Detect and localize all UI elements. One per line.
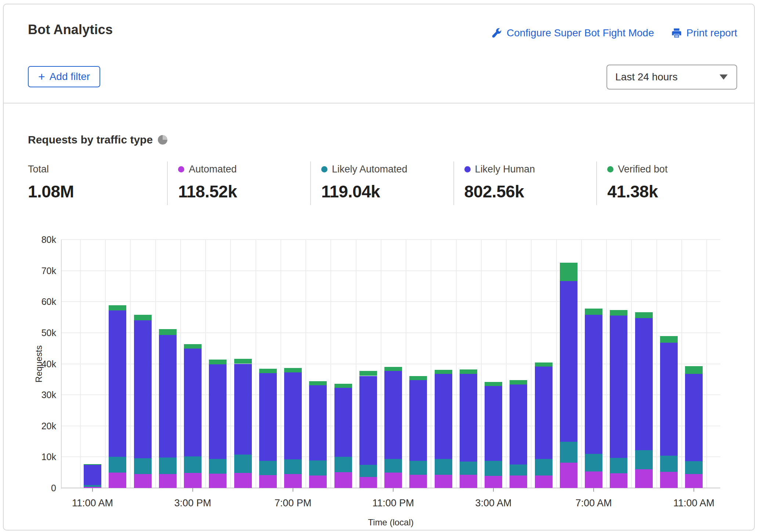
bar-segment-likely-automated[interactable] [159, 458, 177, 474]
bar-segment-automated[interactable] [159, 474, 177, 488]
bar-segment-likely-automated[interactable] [685, 461, 703, 474]
bar-segment-likely-automated[interactable] [635, 450, 653, 469]
add-filter-button[interactable]: + Add filter [28, 66, 100, 87]
bar-segment-likely-automated[interactable] [284, 459, 302, 474]
bar-segment-likely-human[interactable] [485, 386, 502, 460]
bar-segment-likely-human[interactable] [560, 281, 577, 442]
bar-segment-automated[interactable] [610, 473, 627, 488]
bar-segment-verified-bot[interactable] [209, 360, 227, 365]
bar-segment-verified-bot[interactable] [510, 380, 527, 385]
bar-segment-verified-bot[interactable] [660, 336, 678, 343]
bar-segment-verified-bot[interactable] [109, 305, 126, 310]
time-range-dropdown[interactable]: Last 24 hours [606, 65, 737, 90]
bar-segment-automated[interactable] [409, 475, 427, 488]
bar-segment-likely-human[interactable] [134, 320, 152, 458]
bar-segment-likely-human[interactable] [409, 380, 427, 461]
bar-segment-likely-automated[interactable] [184, 456, 202, 473]
bar-segment-likely-automated[interactable] [409, 461, 427, 475]
bar-segment-verified-bot[interactable] [635, 312, 653, 318]
bar-segment-verified-bot[interactable] [259, 369, 277, 373]
bar-segment-likely-human[interactable] [384, 371, 402, 459]
bar-segment-likely-human[interactable] [660, 343, 678, 456]
bar-segment-likely-human[interactable] [610, 316, 627, 458]
bar-segment-automated[interactable] [535, 475, 553, 488]
bar-segment-verified-bot[interactable] [234, 359, 252, 364]
bar-segment-verified-bot[interactable] [159, 329, 177, 335]
bar-segment-automated[interactable] [334, 472, 352, 488]
bar-segment-verified-bot[interactable] [84, 464, 101, 465]
bar-segment-automated[interactable] [384, 473, 402, 488]
bar-segment-verified-bot[interactable] [359, 371, 377, 376]
bar-segment-likely-automated[interactable] [359, 465, 377, 477]
bar-segment-likely-human[interactable] [359, 376, 377, 465]
bar-segment-verified-bot[interactable] [309, 381, 327, 385]
bar-segment-likely-human[interactable] [435, 374, 452, 459]
bar-segment-likely-automated[interactable] [109, 457, 126, 472]
bar-segment-likely-automated[interactable] [585, 454, 602, 471]
bar-segment-likely-automated[interactable] [259, 461, 277, 475]
bar-segment-likely-human[interactable] [685, 374, 703, 461]
bar-segment-likely-automated[interactable] [384, 459, 402, 472]
bar-segment-automated[interactable] [510, 475, 527, 488]
bar-segment-likely-human[interactable] [159, 335, 177, 458]
bar-segment-likely-human[interactable] [234, 364, 252, 455]
bar-segment-likely-automated[interactable] [84, 485, 101, 487]
bar-segment-likely-human[interactable] [309, 385, 327, 460]
print-report-link[interactable]: Print report [671, 27, 738, 39]
bar-segment-automated[interactable] [435, 475, 452, 488]
bar-segment-verified-bot[interactable] [134, 315, 152, 320]
bar-segment-automated[interactable] [560, 463, 577, 488]
bar-segment-likely-human[interactable] [259, 373, 277, 461]
bar-segment-verified-bot[interactable] [384, 367, 402, 371]
bar-segment-likely-human[interactable] [585, 315, 602, 454]
bar-segment-automated[interactable] [460, 475, 477, 488]
bar-segment-likely-human[interactable] [184, 349, 202, 456]
bar-segment-likely-human[interactable] [334, 388, 352, 457]
bar-segment-automated[interactable] [259, 475, 277, 488]
bar-segment-likely-automated[interactable] [660, 456, 678, 472]
bar-segment-automated[interactable] [234, 473, 252, 488]
bar-segment-likely-automated[interactable] [485, 461, 502, 476]
bar-segment-likely-automated[interactable] [234, 455, 252, 473]
bar-segment-likely-human[interactable] [635, 318, 653, 450]
bar-segment-automated[interactable] [585, 471, 602, 488]
bar-segment-likely-automated[interactable] [134, 458, 152, 474]
bar-segment-likely-automated[interactable] [560, 442, 577, 463]
bar-segment-verified-bot[interactable] [184, 344, 202, 349]
bar-segment-automated[interactable] [359, 477, 377, 488]
bar-segment-likely-human[interactable] [84, 465, 101, 485]
bar-segment-likely-human[interactable] [510, 385, 527, 464]
bar-segment-verified-bot[interactable] [485, 382, 502, 386]
bar-segment-automated[interactable] [134, 474, 152, 488]
bar-segment-automated[interactable] [685, 474, 703, 488]
bar-segment-automated[interactable] [635, 469, 653, 488]
bar-segment-verified-bot[interactable] [610, 310, 627, 316]
bar-segment-verified-bot[interactable] [460, 369, 477, 374]
bar-segment-automated[interactable] [184, 473, 202, 488]
bar-segment-likely-human[interactable] [460, 374, 477, 462]
bar-segment-verified-bot[interactable] [585, 309, 602, 315]
bar-segment-likely-automated[interactable] [610, 458, 627, 473]
bar-segment-likely-automated[interactable] [334, 457, 352, 472]
bar-segment-likely-human[interactable] [284, 372, 302, 459]
bar-segment-verified-bot[interactable] [334, 384, 352, 388]
bar-segment-automated[interactable] [209, 474, 227, 488]
bar-segment-verified-bot[interactable] [560, 263, 577, 281]
bar-segment-automated[interactable] [485, 476, 502, 488]
bar-segment-likely-automated[interactable] [535, 459, 553, 475]
bar-segment-verified-bot[interactable] [685, 366, 703, 374]
bar-segment-verified-bot[interactable] [535, 362, 553, 367]
bar-segment-likely-human[interactable] [209, 364, 227, 459]
bar-segment-automated[interactable] [660, 472, 678, 488]
bar-segment-automated[interactable] [109, 473, 126, 488]
bar-segment-likely-automated[interactable] [510, 464, 527, 475]
bar-segment-likely-automated[interactable] [435, 459, 452, 475]
bar-segment-likely-automated[interactable] [209, 459, 227, 474]
configure-super-bot-fight-mode-link[interactable]: Configure Super Bot Fight Mode [491, 27, 654, 39]
bar-segment-automated[interactable] [284, 474, 302, 488]
bar-segment-likely-human[interactable] [535, 367, 553, 459]
bar-segment-verified-bot[interactable] [409, 376, 427, 380]
bar-segment-likely-automated[interactable] [460, 462, 477, 475]
bar-segment-verified-bot[interactable] [435, 370, 452, 374]
bar-segment-likely-automated[interactable] [309, 460, 327, 475]
